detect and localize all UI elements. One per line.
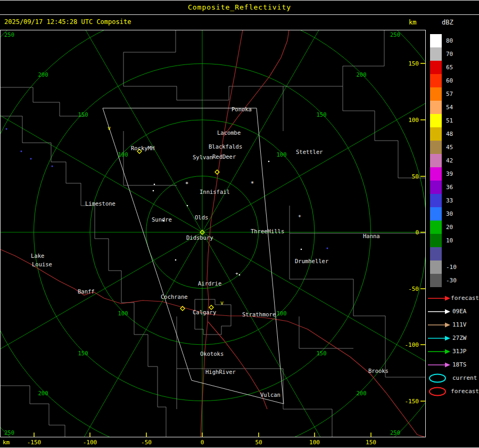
azimuth-spoke (57, 232, 203, 437)
cell-arrow-icon: v (220, 300, 224, 306)
scale-entry: 20 (426, 221, 479, 234)
range-ring-label: 100 (118, 310, 128, 316)
radar-map[interactable]: vv**++PonokaLacombeBlackfaldsSylvanRedDe… (0, 30, 426, 437)
scale-swatch (430, 221, 442, 234)
city-label: Stettler (296, 149, 323, 155)
radar-app-window: Composite_Reflectivity 2025/09/17 12:45:… (0, 0, 479, 448)
legend-label: forecast (451, 388, 479, 395)
scale-entry: 54 (426, 101, 479, 114)
county-boundary (123, 30, 176, 86)
sidebar: 80706560575451484542393633302010-10-30 f… (426, 30, 479, 437)
city-label: Sylvan (193, 154, 213, 160)
y-axis-tick-label: 0 (415, 229, 419, 236)
dbz-color-scale: 80706560575451484542393633302010-10-30 (426, 34, 479, 287)
scale-entry: -10 (426, 260, 479, 274)
scale-value: 57 (446, 87, 453, 101)
city-label: Brooks (368, 368, 389, 374)
legend-arrow-icon (427, 345, 451, 358)
range-ring-label: 200 (357, 71, 367, 78)
city-label: Sundre (152, 216, 172, 223)
scale-value: 48 (446, 127, 453, 141)
range-ring-label: 100 (118, 151, 128, 158)
clutter-speck (327, 248, 328, 249)
y-axis-tick-label: -50 (408, 286, 419, 292)
scale-value: 54 (446, 101, 453, 114)
town-dot-icon (153, 190, 154, 192)
city-label: Hanna (363, 233, 380, 239)
city-label: Ponoka (232, 106, 252, 112)
azimuth-spoke (0, 232, 202, 378)
county-boundary (290, 206, 426, 233)
radar-map-canvas[interactable]: vv**++PonokaLacombeBlackfaldsSylvanRedDe… (0, 30, 426, 437)
scale-value: 33 (446, 194, 453, 207)
city-label: Cochrane (161, 294, 188, 300)
scale-entry: 57 (426, 87, 479, 101)
legend-arrow-icon (427, 319, 451, 331)
legend-ellipse-icon (427, 385, 450, 398)
azimuth-spoke (0, 87, 202, 233)
legend-label: forecast (451, 295, 479, 302)
map-layers: vv**++PonokaLacombeBlackfaldsSylvanRedDe… (0, 30, 426, 437)
legend-label: 27ZW (452, 335, 467, 341)
city-label: Limestone (85, 200, 115, 207)
county-boundary (343, 86, 426, 178)
legend-arrow-icon (427, 292, 450, 305)
city-label: RockyMH (131, 145, 154, 151)
scale-value: 65 (446, 61, 453, 74)
clutter-speck (21, 151, 22, 152)
legend-label: 111V (452, 321, 467, 328)
scale-swatch (430, 74, 442, 87)
range-ring-label: 200 (38, 71, 48, 78)
y-axis-tick-label: 100 (408, 117, 419, 124)
scale-swatch (430, 127, 442, 141)
legend-item: current (427, 371, 479, 385)
clutter-speck (30, 158, 32, 160)
scale-entry: 48 (426, 127, 479, 141)
county-boundary (123, 86, 283, 100)
scale-value: 51 (446, 114, 453, 127)
y-axis-unit-label: km (409, 19, 416, 26)
scale-value: 36 (446, 181, 453, 194)
x-axis-tick-label: -100 (78, 439, 102, 446)
legend-item: 31JP (427, 345, 479, 358)
scale-entry: 39 (426, 167, 479, 181)
city-label: Strathmore (242, 311, 276, 317)
scale-entry: 51 (426, 114, 479, 127)
range-ring-label: 100 (277, 151, 287, 158)
legend-item: forecast (427, 385, 479, 398)
legend-item: 27ZW (427, 331, 479, 345)
coverage-sector-outline (103, 108, 284, 404)
scale-value: 10 (446, 234, 453, 247)
legend-item: 18TS (427, 358, 479, 371)
county-boundary (283, 30, 384, 86)
city-label: Didsbury (186, 234, 213, 241)
x-axis-tick-label: 0 (191, 439, 214, 446)
scale-value: 45 (446, 141, 453, 154)
scale-unit-label: dBZ (442, 19, 453, 26)
scale-entry: 65 (426, 61, 479, 74)
page-title: Composite_Reflectivity (188, 3, 291, 11)
highway-line (201, 30, 243, 437)
town-dot-icon (239, 274, 241, 276)
timestamp: 2025/09/17 12:45:28 UTC Composite (4, 18, 131, 26)
legend-arrow-icon (427, 359, 451, 371)
range-ring-label: 150 (317, 350, 327, 356)
scale-value: 42 (446, 154, 453, 167)
town-dot-icon (268, 161, 270, 162)
legend: forecast09EA111V27ZW31JP18TScurrentforec… (427, 291, 479, 398)
range-ring-label: 200 (357, 390, 367, 396)
y-axis-tick-label: -100 (405, 341, 419, 348)
x-axis-tick-label: 50 (247, 439, 270, 446)
town-dot-icon (175, 259, 177, 261)
city-label: ThreeHills (251, 228, 284, 234)
county-boundary (195, 299, 231, 335)
scale-value: 30 (446, 207, 453, 221)
county-boundary (290, 233, 426, 377)
town-dot-icon (301, 249, 302, 250)
scale-entry (426, 247, 479, 260)
city-label: Airdrie (198, 280, 221, 287)
scale-entry: 10 (426, 234, 479, 247)
y-axis-tick-label: 50 (412, 173, 419, 180)
scale-swatch (430, 114, 442, 127)
scale-value: 80 (446, 34, 453, 47)
